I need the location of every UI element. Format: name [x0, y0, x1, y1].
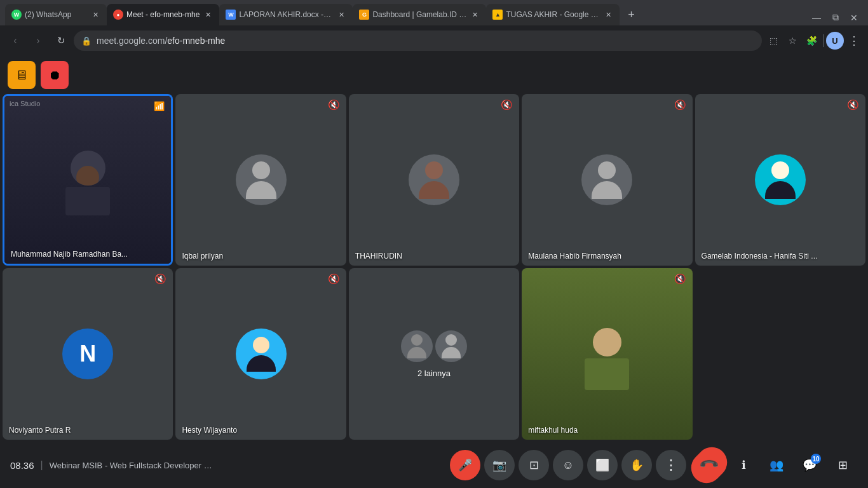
participant-name-6: Noviyanto Putra R: [9, 426, 71, 435]
cast-button[interactable]: ⬚: [764, 32, 782, 50]
tab-close-icon[interactable]: ✕: [603, 10, 613, 20]
participant-name-9: miftakhul huda: [528, 426, 578, 435]
end-call-button[interactable]: 📞: [685, 441, 733, 488]
mute-icon-3: 🔇: [501, 99, 513, 111]
participant-tile-9: 🔇 miftakhul huda: [522, 268, 692, 440]
participant-name-1: Muhammad Najib Ramadhan Ba...: [11, 250, 128, 259]
url-text: meet.google.com/efo-mneb-mhe: [97, 36, 225, 46]
reload-button[interactable]: ↻: [51, 30, 71, 51]
bottom-separator: |: [41, 459, 43, 471]
avatar-thahirudin: [409, 154, 459, 205]
dashboard-favicon: G: [359, 10, 369, 20]
meet-top-bar: 🖥 ⏺: [0, 56, 868, 94]
tab-bar: W (2) WhatsApp ✕ ● Meet - efo-mneb-mhe ✕…: [0, 0, 868, 25]
ext-button-yellow[interactable]: 🖥: [8, 61, 36, 89]
participant-tile-1: ica Studio 📶 Muhammad Najib Ramadhan Ba.…: [3, 94, 173, 266]
activities-button[interactable]: ⊞: [827, 450, 858, 480]
hand-button[interactable]: ✋: [621, 450, 652, 480]
laporan-favicon: W: [226, 10, 236, 20]
meet-bottom-bar: 08.36 | Webinar MSIB - Web Fullstack Dev…: [0, 442, 868, 488]
address-bar-actions: ⬚ ☆ 🧩 U ⋮: [764, 32, 863, 50]
people-button[interactable]: 👥: [761, 450, 792, 480]
mute-icon-4: 🔇: [674, 99, 686, 111]
info-button[interactable]: ℹ: [728, 450, 759, 480]
bottom-info: 08.36 | Webinar MSIB - Web Fullstack Dev…: [10, 459, 450, 471]
present-button[interactable]: ⬜: [587, 450, 618, 480]
profile-avatar[interactable]: U: [826, 32, 844, 50]
participant-name-2: Iqbal prilyan: [182, 252, 223, 261]
bottom-time: 08.36: [10, 460, 34, 471]
avatar-maulana: [581, 154, 632, 205]
participant-tile-4: 🔇 Maulana Habib Firmansyah: [522, 94, 692, 266]
participant-tile-2: 🔇 Iqbal prilyan: [175, 94, 346, 266]
participant-tile-3: 🔇 THAHIRUDIN: [349, 94, 519, 266]
tab-meet[interactable]: ● Meet - efo-mneb-mhe ✕: [107, 4, 219, 25]
back-button[interactable]: ‹: [5, 30, 25, 51]
mute-icon-9: 🔇: [674, 273, 686, 285]
chat-badge: 10: [811, 454, 821, 464]
tab-title: Meet - efo-mneb-mhe: [126, 10, 200, 19]
participant-name-4: Maulana Habib Firmansyah: [528, 252, 621, 261]
bookmark-button[interactable]: ☆: [783, 32, 801, 50]
tab-title: (2) WhatsApp: [25, 10, 87, 19]
lock-icon: 🔒: [81, 36, 92, 46]
tab-close-icon[interactable]: ✕: [203, 10, 213, 20]
address-bar-row: ‹ › ↻ 🔒 meet.google.com/efo-mneb-mhe ⬚ ☆…: [0, 25, 868, 56]
avatar-iqbal: [236, 154, 287, 205]
participant-name-7: Hesty Wijayanto: [182, 426, 237, 435]
tab-tugas[interactable]: ▲ TUGAS AKHIR - Google Driv... ✕: [486, 4, 620, 25]
speaking-indicator: 📶: [154, 101, 165, 111]
tab-close-icon[interactable]: ✕: [470, 10, 480, 20]
mic-button[interactable]: 🎤: [450, 450, 480, 480]
divider: [823, 34, 824, 47]
address-bar[interactable]: 🔒 meet.google.com/efo-mneb-mhe: [74, 30, 762, 51]
forward-button[interactable]: ›: [28, 30, 48, 51]
bottom-right-buttons: ℹ 👥 💬 10 ⊞: [728, 450, 858, 480]
tab-whatsapp[interactable]: W (2) WhatsApp ✕: [5, 4, 107, 25]
participant-name-5: Gamelab Indonesia - Hanifa Siti ...: [702, 252, 818, 261]
ext-button-red[interactable]: ⏺: [41, 61, 69, 89]
close-icon[interactable]: ✕: [850, 13, 858, 23]
tab-dashboard[interactable]: G Dashboard | Gamelab.ID | C... ✕: [353, 4, 486, 25]
tab-close-icon[interactable]: ✕: [90, 10, 100, 20]
avatar-hesty: [236, 329, 287, 379]
avatar-noviyanto: N: [62, 329, 113, 379]
mute-icon-6: 🔇: [154, 273, 166, 285]
tab-title: LAPORAN AKHIR.docx - Go...: [239, 10, 333, 19]
maximize-icon[interactable]: ⧉: [832, 12, 839, 23]
meet-page: 🖥 ⏺ ica Studio 📶 Muhammad Najib Ramadhan…: [0, 56, 868, 488]
browser-window: W (2) WhatsApp ✕ ● Meet - efo-mneb-mhe ✕…: [0, 0, 868, 56]
captions-button[interactable]: ⊡: [519, 450, 549, 480]
extension-button[interactable]: 🧩: [803, 32, 820, 50]
tugas-favicon: ▲: [492, 10, 503, 20]
video-button[interactable]: 📷: [484, 450, 515, 480]
mute-icon-7: 🔇: [328, 273, 340, 285]
bottom-meeting-name: Webinar MSIB - Web Fullstack Developer #…: [50, 461, 215, 470]
participant-tile-6: N 🔇 Noviyanto Putra R: [3, 268, 173, 440]
tab-title: TUGAS AKHIR - Google Driv...: [506, 10, 600, 19]
tab-laporan[interactable]: W LAPORAN AKHIR.docx - Go... ✕: [219, 4, 353, 25]
window-controls: — ⧉ ✕: [812, 12, 863, 25]
participant-tile-5: 🔇 Gamelab Indonesia - Hanifa Siti ...: [695, 94, 865, 266]
group-label: 2 lainnya: [417, 369, 451, 378]
participant-name-3: THAHIRUDIN: [355, 252, 402, 261]
mute-icon-2: 🔇: [328, 99, 340, 111]
avatar-hanifa: [755, 154, 806, 205]
new-tab-button[interactable]: +: [622, 6, 640, 24]
whatsapp-favicon: W: [11, 10, 22, 20]
more-button[interactable]: ⋮: [656, 450, 686, 480]
participant-tile-7: 🔇 Hesty Wijayanto: [175, 268, 346, 440]
group-avatars: [401, 330, 467, 362]
minimize-icon[interactable]: —: [812, 13, 821, 23]
participants-grid: ica Studio 📶 Muhammad Najib Ramadhan Ba.…: [0, 94, 868, 442]
meet-favicon: ●: [113, 10, 123, 20]
bottom-controls: 🎤 📷 ⊡ ☺ ⬜ ✋ ⋮ 📞: [450, 450, 728, 480]
chat-button[interactable]: 💬 10: [794, 450, 825, 480]
participant-tile-group: 2 lainnya: [349, 268, 519, 440]
tab-title: Dashboard | Gamelab.ID | C...: [372, 10, 466, 19]
tab-close-icon[interactable]: ✕: [336, 10, 346, 20]
menu-button[interactable]: ⋮: [845, 32, 863, 50]
mute-icon-5: 🔇: [847, 99, 859, 111]
emoji-button[interactable]: ☺: [553, 450, 583, 480]
